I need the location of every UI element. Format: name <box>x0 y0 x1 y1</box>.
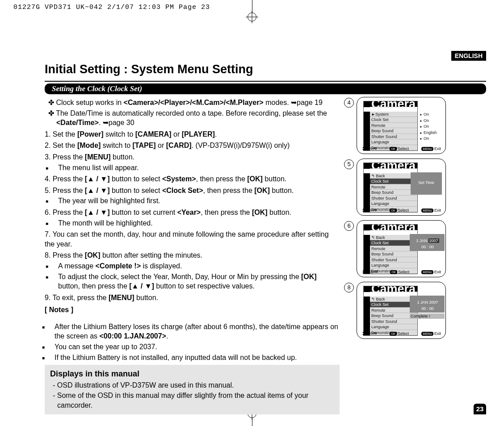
page-title: Initial Setting : System Menu Setting <box>45 63 486 76</box>
page-number: 23 <box>474 404 486 414</box>
osd-screen-8: Camera Mode ↰ Back Clock Set Remote Beep… <box>357 282 446 339</box>
registration-mark <box>248 13 256 21</box>
step-badge-6: 6 <box>344 221 354 231</box>
osd-screen-6: Camera Mode ↰ Back Clock Set Remote Beep… <box>357 220 446 277</box>
section-subhead: Setting the Clock (Clock Set) <box>45 84 486 94</box>
notes-heading: [ Notes ] <box>45 305 340 315</box>
body-text: ✤ Clock setup works in <Camera>/<Player>… <box>45 97 340 414</box>
step-badge-5: 5 <box>344 159 354 169</box>
osd-illustrations: 4 Camera Mode ►System Clock Set Remote B… <box>344 97 486 414</box>
print-header: 01227G VPD371 UK~042 2/1/07 12:03 PM Pag… <box>13 4 210 11</box>
updown-icon <box>361 270 366 274</box>
divider <box>45 81 486 82</box>
updown-icon <box>361 146 366 151</box>
step-badge-4: 4 <box>344 98 354 108</box>
osd-screen-5: Camera Mode ↰ Back Clock Set Remote Beep… <box>357 159 446 216</box>
info-box: Displays in this manual - OSD illustrati… <box>45 365 340 414</box>
language-badge: ENGLISH <box>451 51 486 61</box>
step-badge-8: 8 <box>344 283 354 292</box>
updown-icon <box>361 208 366 213</box>
info-box-title: Displays in this manual <box>50 368 334 379</box>
osd-screen-4: Camera Mode ►System Clock Set Remote Bee… <box>357 97 446 154</box>
updown-icon <box>361 331 366 336</box>
